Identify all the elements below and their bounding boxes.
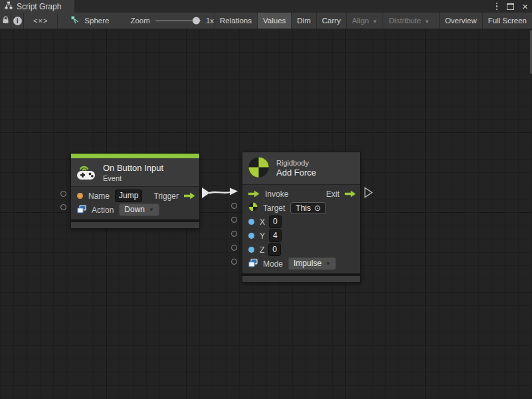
close-icon[interactable]: × [521,1,529,11]
node-title: Add Force [276,168,316,178]
y-input[interactable]: 4 [269,229,282,242]
node-footer [71,222,199,228]
chevron-down-icon: ▼ [424,18,430,24]
port-circle-z[interactable] [231,245,237,251]
script-graph-window: Script Graph × i <×> [0,0,532,399]
name-row: Name Jump Trigger [71,189,199,203]
dim-button[interactable]: Dim [291,13,315,29]
event-accent-bar [71,154,199,158]
x-label: X [260,217,265,227]
info-icon: i [13,17,22,25]
invoke-flow-icon[interactable] [248,190,260,198]
z-input[interactable]: 0 [268,243,281,256]
rigidbody-icon [248,156,270,180]
port-circle-action[interactable] [60,204,66,210]
target-row: Target This ⊙ [242,201,360,215]
align-button[interactable]: Align▼ [346,13,383,29]
gamepad-icon [76,162,96,182]
values-button[interactable]: Values [257,13,291,29]
chevron-down-icon: ▼ [325,259,331,269]
y-row: Y 4 [242,229,360,243]
mode-row: Mode Impulse ▼ [242,257,360,271]
port-circle-target[interactable] [231,203,237,209]
name-input[interactable]: Jump [115,190,142,202]
zoom-value: 1x [206,13,214,29]
exit-label: Exit [326,190,339,199]
distribute-button[interactable]: Distribute▼ [383,13,435,29]
object-picker-icon: ⊙ [314,203,321,213]
graph-toolbar: i <×> Sphere Zoom 1x Relations Values Di… [0,13,532,29]
node-add-force[interactable]: Rigidbody Add Force Invoke Exit [242,152,361,283]
invoke-label: Invoke [265,190,288,199]
invoke-row: Invoke Exit [242,187,360,201]
window-menu-icon[interactable] [493,1,501,12]
port-circle-mode[interactable] [231,259,237,265]
float-port-icon[interactable] [248,219,254,225]
wire-trigger-to-invoke[interactable] [198,185,244,201]
breadcrumb-label: Sphere [84,17,109,25]
graph-pointer-icon [71,16,80,26]
float-port-icon[interactable] [248,233,254,239]
target-object-button[interactable]: This ⊙ [290,202,326,214]
tab-script-graph[interactable]: Script Graph [0,0,74,13]
z-row: Z 0 [242,243,360,257]
exit-connection-handle[interactable] [364,187,373,198]
title-bar: Script Graph × [0,0,532,13]
chevron-down-icon: ▼ [149,205,154,215]
full-screen-button[interactable]: Full Screen [482,13,532,29]
action-label: Action [92,205,114,215]
name-label: Name [88,192,110,201]
exit-flow-icon[interactable] [345,190,356,198]
trigger-flow-icon[interactable] [184,192,195,200]
target-label: Target [263,203,285,213]
maximize-icon[interactable] [507,3,514,10]
code-icon: <×> [33,17,48,25]
port-circle-y[interactable] [231,231,237,237]
mode-dropdown[interactable]: Impulse ▼ [288,257,336,270]
zoom-label: Zoom [130,13,149,29]
node-on-button-input[interactable]: On Button Input Event Name Jump Trigger [70,153,200,229]
node-title: On Button Input [103,163,163,173]
action-dropdown[interactable]: Down ▼ [119,203,159,216]
info-button[interactable]: i [11,13,24,29]
graph-canvas[interactable]: On Button Input Event Name Jump Trigger [0,29,532,399]
carry-button[interactable]: Carry [316,13,346,29]
node-subtitle: Event [103,174,163,182]
graph-tree-icon [5,1,13,11]
string-port-icon[interactable] [77,193,83,199]
chevron-down-icon: ▼ [372,18,377,24]
z-label: Z [260,245,264,255]
relations-button[interactable]: Relations [214,13,257,29]
mode-label: Mode [263,259,283,269]
port-circle-x[interactable] [231,217,237,223]
x-row: X 0 [242,215,360,229]
node-kicker: Rigidbody [276,159,316,167]
enum-port-icon[interactable] [248,259,258,269]
node-footer [242,276,360,282]
action-row: Action Down ▼ [71,203,199,217]
port-circle-name[interactable] [60,191,66,197]
tab-label: Script Graph [17,2,61,11]
enum-port-icon[interactable] [77,205,86,215]
overview-button[interactable]: Overview [439,13,482,29]
zoom-slider[interactable] [155,13,201,29]
graph-breadcrumb[interactable]: Sphere [71,13,109,29]
zoom-slider-knob[interactable] [193,17,200,25]
y-label: Y [260,231,265,241]
lock-button[interactable] [0,13,11,29]
variables-button[interactable]: <×> [24,13,58,29]
rigidbody-port-icon[interactable] [248,202,258,213]
float-port-icon[interactable] [248,247,254,253]
trigger-label: Trigger [153,192,179,201]
x-input[interactable]: 0 [269,215,282,228]
lock-icon [2,16,9,25]
